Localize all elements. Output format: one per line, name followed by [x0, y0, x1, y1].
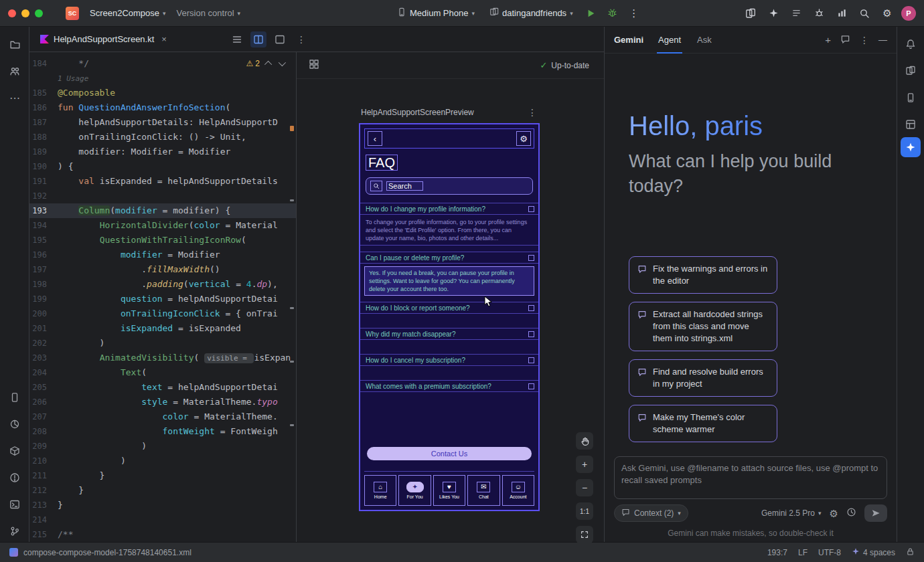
zoom-actual-button[interactable]: 1:1 — [576, 502, 593, 520]
gemini-suggestion-card[interactable]: Make my Theme's color scheme warmer — [629, 405, 777, 442]
stripe-mark[interactable] — [290, 361, 294, 363]
run-configuration-selector[interactable]: datingandfriends ▾ — [484, 5, 579, 21]
expand-icon[interactable] — [528, 206, 534, 212]
preview-faq-question[interactable]: Why did my match disappear? — [360, 328, 538, 340]
run-button[interactable] — [583, 5, 600, 22]
version-control-menu[interactable]: Version control ▾ — [171, 5, 246, 21]
code-line[interactable]: 199 question = helpAndSupportDetai — [29, 292, 296, 306]
stripe-mark[interactable] — [290, 199, 294, 201]
preview-faq-question[interactable]: How do I block or report someone? — [360, 302, 538, 314]
gemini-suggestion-card[interactable]: Find and resolve build errors in my proj… — [629, 359, 777, 397]
window-controls[interactable] — [8, 9, 43, 17]
nav-item-for-you[interactable]: ✦For You — [398, 475, 431, 506]
close-tab-icon[interactable]: × — [161, 34, 167, 44]
user-avatar[interactable]: P — [901, 6, 916, 21]
code-line[interactable]: 194 HorizontalDivider(color = Material — [29, 218, 296, 233]
build-variants-icon[interactable] — [5, 442, 24, 460]
notifications-icon[interactable] — [901, 35, 920, 54]
preview-faq-question[interactable]: Can I pause or delete my profile? — [360, 252, 538, 264]
running-devices-panel-icon[interactable] — [901, 88, 920, 107]
code-line[interactable]: 191 val isExpanded = helpAndSupportDetai… — [29, 174, 296, 189]
nav-item-likes-you[interactable]: ♥Likes You — [433, 475, 465, 506]
preview-name-label[interactable]: HelpAndSupportScreenPreview — [361, 108, 474, 117]
resource-manager-icon[interactable] — [901, 115, 920, 134]
minimize-window-button[interactable] — [21, 9, 29, 17]
preview-faq-question[interactable]: What comes with a premium subscription? — [360, 380, 538, 392]
code-line[interactable]: 202 ) — [29, 336, 296, 351]
code-line[interactable]: 189 modifier: Modifier = Modifier — [29, 145, 296, 159]
profiler-icon[interactable] — [833, 5, 850, 22]
context-chip[interactable]: Context (2) ▾ — [614, 504, 688, 522]
code-line[interactable]: 197 .fillMaxWidth() — [29, 262, 296, 277]
code-line[interactable]: 205 text = helpAndSupportDetai — [29, 380, 296, 395]
code-line[interactable]: 215/** — [29, 527, 296, 542]
code-line[interactable]: 204 Text( — [29, 365, 296, 380]
send-button[interactable] — [864, 504, 887, 522]
stripe-mark[interactable] — [290, 307, 294, 309]
search-everywhere-icon[interactable] — [856, 5, 873, 22]
model-selector[interactable]: Gemini 2.5 Pro ▾ — [761, 508, 822, 518]
expand-icon[interactable] — [528, 383, 534, 389]
expand-icon[interactable] — [528, 357, 534, 363]
nav-item-account[interactable]: ☺Account — [502, 475, 534, 506]
code-line[interactable]: 192 — [29, 189, 296, 203]
gemini-tool-icon[interactable] — [901, 137, 921, 157]
zoom-out-button[interactable]: − — [576, 479, 593, 496]
preview-search-bar[interactable]: Search — [366, 177, 533, 195]
code-line[interactable]: 209 ) — [29, 439, 296, 454]
contact-us-button[interactable]: Contact Us — [367, 447, 532, 460]
back-button[interactable]: ‹ — [368, 131, 382, 146]
version-control-tool-icon[interactable] — [5, 522, 24, 541]
device-mirroring-icon[interactable] — [742, 5, 759, 22]
code-line[interactable]: 210 ) — [29, 454, 296, 468]
code-line[interactable]: 196 modifier = Modifier — [29, 248, 296, 262]
nav-item-home[interactable]: ⌂Home — [364, 475, 396, 506]
running-devices-icon[interactable] — [5, 388, 24, 407]
code-line[interactable]: 207 color = MaterialTheme. — [29, 409, 296, 424]
problems-icon[interactable] — [5, 468, 24, 487]
preview-grid-icon[interactable] — [309, 59, 319, 72]
code-line[interactable]: 213} — [29, 498, 296, 512]
hide-panel-icon[interactable]: — — [878, 35, 887, 45]
project-menu[interactable]: Screen2Compose ▾ — [84, 5, 171, 21]
design-view-icon[interactable] — [272, 31, 288, 48]
code-line[interactable]: 193 Column(modifier = modifier) { — [29, 203, 296, 218]
expand-icon[interactable] — [528, 255, 534, 261]
tab-agent[interactable]: Agent — [657, 27, 682, 54]
stripe-mark[interactable] — [290, 424, 294, 426]
more-tool-windows-icon[interactable]: ⋯ — [5, 88, 24, 107]
code-line[interactable]: 206 style = MaterialTheme.typo — [29, 395, 296, 409]
settings-gear-button[interactable]: ⚙ — [516, 131, 531, 146]
close-window-button[interactable] — [8, 9, 16, 17]
code-line[interactable]: 190) { — [29, 159, 296, 174]
code-line[interactable]: 208 fontWeight = FontWeigh — [29, 424, 296, 439]
tab-ask[interactable]: Ask — [696, 27, 713, 54]
lock-icon[interactable] — [906, 547, 915, 558]
status-file-name[interactable]: compose-compose-model-1758748140651.xml — [23, 548, 191, 557]
line-separator[interactable]: LF — [798, 548, 807, 557]
device-manager-icon[interactable] — [901, 62, 920, 80]
warnings-indicator[interactable]: ⚠ 2 — [246, 59, 260, 68]
previous-issue-icon[interactable] — [264, 61, 272, 68]
profiler-tool-icon[interactable] — [5, 415, 24, 434]
nav-item-chat[interactable]: ✉Chat — [467, 475, 499, 506]
task-list-icon[interactable] — [787, 5, 805, 22]
code-line[interactable]: 186fun QuestionAndAnswerInfoSection( — [29, 100, 296, 115]
device-selector[interactable]: Medium Phone ▾ — [392, 5, 480, 21]
editor-scroll-stripe[interactable] — [289, 52, 295, 542]
indent-widget[interactable]: 4 spaces — [852, 547, 895, 557]
code-line[interactable]: 212 } — [29, 483, 296, 498]
gemini-settings-icon[interactable]: ⚙ — [830, 508, 838, 519]
editor-options-icon[interactable]: ⋮ — [293, 31, 309, 48]
pan-tool-icon[interactable] — [576, 432, 593, 450]
code-editor[interactable]: ⚠ 2 184 */1 Usage185@Composable186fun Qu… — [29, 52, 297, 542]
code-view-icon[interactable] — [229, 31, 245, 48]
editor-tab[interactable]: HelpAndSupportScreen.kt × — [29, 27, 173, 52]
inspections-widget[interactable]: ⚠ 2 — [244, 58, 287, 70]
next-issue-icon[interactable] — [279, 59, 286, 66]
expand-icon[interactable] — [528, 331, 534, 337]
code-line[interactable]: 195 QuestionWithTrailingIconRow( — [29, 233, 296, 248]
caret-position[interactable]: 193:7 — [767, 548, 787, 557]
chat-history-icon[interactable] — [840, 34, 850, 46]
split-view-icon[interactable] — [250, 31, 266, 48]
